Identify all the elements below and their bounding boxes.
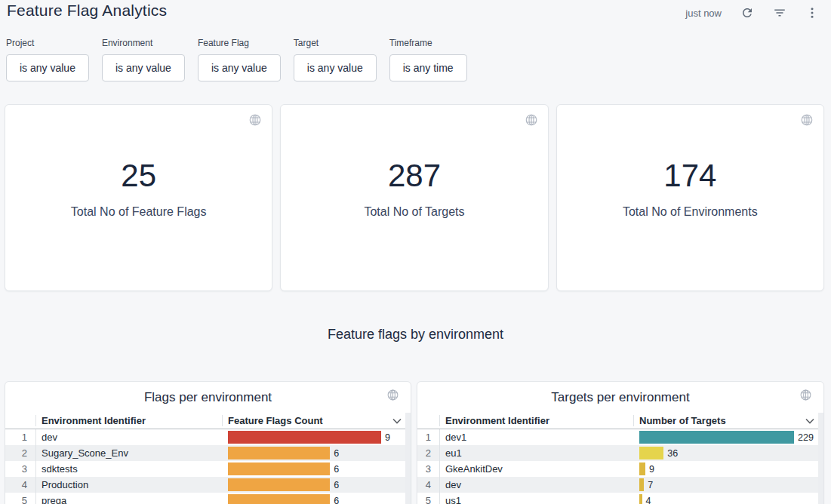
- table-scrollbar[interactable]: [818, 413, 823, 504]
- row-number: 1: [417, 429, 440, 445]
- environment-identifier-cell[interactable]: sdktests: [36, 463, 222, 475]
- value-bar[interactable]: [639, 494, 642, 504]
- filter-environment: Environment is any value: [102, 38, 185, 81]
- widget-title: Flags per environment: [5, 382, 411, 413]
- value-bar[interactable]: [639, 431, 794, 444]
- bar-cell[interactable]: 6: [222, 445, 405, 461]
- kpi-total-environments: 174 Total No of Environments: [556, 104, 824, 291]
- filter-project-value-button[interactable]: is any value: [6, 54, 89, 81]
- bar-cell[interactable]: 6: [222, 461, 405, 477]
- table-row[interactable]: 2 Sugary_Scone_Env 6: [5, 445, 405, 461]
- environment-identifier-cell[interactable]: prega: [36, 495, 222, 504]
- kpi-label: Total No of Environments: [623, 205, 758, 219]
- value-bar[interactable]: [639, 447, 663, 459]
- table-row[interactable]: 4 Production 6: [5, 477, 405, 493]
- kpi-label: Total No of Feature Flags: [71, 205, 207, 219]
- environment-identifier-cell[interactable]: dev: [440, 479, 633, 490]
- table-scrollbar[interactable]: [405, 413, 411, 504]
- bar-cell[interactable]: 4: [633, 493, 818, 504]
- column-header-environment-identifier[interactable]: Environment Identifier: [36, 415, 222, 426]
- table-row[interactable]: 3 GkeAnkitDev 9: [417, 461, 818, 477]
- bar-value-label: 36: [667, 448, 678, 459]
- environment-identifier-cell[interactable]: Sugary_Scone_Env: [36, 447, 222, 459]
- globe-icon: [799, 389, 812, 401]
- table-row[interactable]: 2 eu1 36: [417, 445, 818, 461]
- row-number: 2: [5, 445, 36, 461]
- value-bar[interactable]: [228, 494, 330, 504]
- last-updated-text: just now: [685, 8, 722, 19]
- table-row[interactable]: 3 sdktests 6: [5, 461, 405, 477]
- bar-value-label: 6: [334, 496, 339, 504]
- bar-value-label: 6: [334, 448, 339, 459]
- bar-value-label: 7: [648, 480, 653, 490]
- bar-cell[interactable]: 9: [633, 461, 818, 477]
- filter-timeframe: Timeframe is any time: [389, 38, 467, 81]
- globe-icon: [248, 113, 262, 127]
- environment-identifier-cell[interactable]: GkeAnkitDev: [440, 463, 633, 475]
- widget-flags-per-environment: Flags per environment Environment Identi…: [5, 381, 411, 504]
- header-actions: just now: [685, 4, 819, 22]
- filter-list-icon[interactable]: [773, 6, 786, 20]
- filter-timeframe-value-button[interactable]: is any time: [389, 54, 467, 81]
- bar-cell[interactable]: 9: [222, 429, 405, 445]
- table-row[interactable]: 1 dev 9: [5, 429, 405, 445]
- row-number: 3: [417, 461, 440, 477]
- bar-cell[interactable]: 6: [222, 493, 405, 504]
- bar-value-label: 9: [385, 432, 390, 443]
- kebab-menu-icon[interactable]: [805, 6, 819, 20]
- table-row[interactable]: 5 prega 6: [5, 493, 405, 504]
- table-row[interactable]: 1 dev1 229: [417, 429, 818, 445]
- chevron-down-icon[interactable]: [392, 418, 402, 424]
- globe-icon: [525, 113, 538, 127]
- table-row[interactable]: 5 us1 4: [417, 493, 818, 504]
- value-bar[interactable]: [639, 478, 644, 491]
- environment-identifier-cell[interactable]: Production: [36, 479, 222, 490]
- row-number-column-header: [417, 415, 440, 426]
- column-header-number-of-targets[interactable]: Number of Targets: [633, 415, 818, 426]
- table-body: 1 dev 9 2 Sugary_Scone_Env 6 3 sdktests …: [5, 429, 405, 504]
- column-header-environment-identifier[interactable]: Environment Identifier: [440, 415, 633, 426]
- filter-label: Environment: [102, 38, 185, 48]
- column-header-label: Feature Flags Count: [228, 415, 323, 426]
- filter-feature-flag-value-button[interactable]: is any value: [198, 54, 281, 81]
- bar-value-label: 6: [334, 480, 339, 490]
- value-bar[interactable]: [228, 463, 330, 475]
- environment-identifier-cell[interactable]: dev: [36, 432, 222, 443]
- refresh-icon[interactable]: [740, 6, 754, 20]
- filter-feature-flag: Feature Flag is any value: [198, 38, 281, 81]
- kpi-row: 25 Total No of Feature Flags 287 Total N…: [5, 104, 824, 291]
- filter-environment-value-button[interactable]: is any value: [102, 54, 185, 81]
- environment-identifier-cell[interactable]: dev1: [440, 432, 633, 443]
- environment-identifier-cell[interactable]: us1: [440, 495, 633, 504]
- table-row[interactable]: 4 dev 7: [417, 477, 818, 493]
- widget-title: Targets per environment: [417, 382, 823, 413]
- row-number: 2: [417, 445, 440, 461]
- bar-cell[interactable]: 6: [222, 477, 405, 493]
- filter-label: Feature Flag: [198, 38, 281, 48]
- column-header-feature-flags-count[interactable]: Feature Flags Count: [222, 415, 405, 426]
- bar-cell[interactable]: 7: [633, 477, 818, 493]
- chevron-down-icon[interactable]: [805, 418, 814, 424]
- bar-value-label: 9: [649, 464, 654, 475]
- bar-value-label: 6: [334, 464, 339, 475]
- value-bar[interactable]: [639, 463, 645, 475]
- row-number: 4: [417, 477, 440, 493]
- table-body: 1 dev1 229 2 eu1 36 3 GkeAnkitDev 9 4 de…: [417, 429, 818, 504]
- bar-cell[interactable]: 229: [633, 429, 818, 445]
- value-bar[interactable]: [228, 447, 330, 459]
- column-header-label: Number of Targets: [639, 415, 726, 426]
- filter-target: Target is any value: [294, 38, 377, 81]
- value-bar[interactable]: [228, 431, 381, 444]
- row-number-column-header: [5, 415, 36, 426]
- kpi-value: 287: [388, 158, 441, 194]
- bar-cell[interactable]: 36: [633, 445, 818, 461]
- filter-project: Project is any value: [6, 38, 89, 81]
- row-number: 5: [417, 493, 440, 504]
- table-header-row: Environment Identifier Number of Targets: [417, 413, 818, 429]
- environment-identifier-cell[interactable]: eu1: [440, 447, 633, 459]
- filter-bar: Project is any value Environment is any …: [6, 38, 467, 81]
- widget-targets-per-environment: Targets per environment Environment Iden…: [417, 381, 824, 504]
- value-bar[interactable]: [228, 478, 330, 491]
- row-number: 3: [5, 461, 36, 477]
- filter-target-value-button[interactable]: is any value: [294, 54, 377, 81]
